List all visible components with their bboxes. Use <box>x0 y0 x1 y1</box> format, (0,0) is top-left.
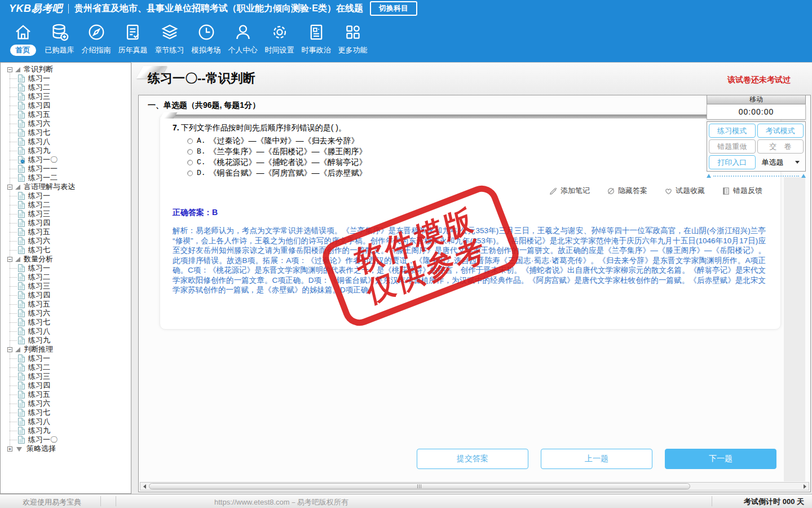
tree-item[interactable]: 练习五 <box>10 227 130 237</box>
slider-right-triangle-icon[interactable] <box>801 174 806 178</box>
practice-mode-button[interactable]: 练习模式 <box>709 124 756 138</box>
favorite-question-button[interactable]: 试题收藏 <box>664 186 705 196</box>
prev-question-button[interactable]: 上一题 <box>541 449 652 469</box>
tree-item[interactable]: 练习三 <box>10 92 130 101</box>
add-note-button[interactable]: 添加笔记 <box>549 186 590 196</box>
folder-open-icon <box>15 67 20 72</box>
slider-left-triangle-icon[interactable] <box>707 174 711 178</box>
eye-slash-icon <box>607 187 615 195</box>
scroll-right-arrow-icon[interactable] <box>801 483 809 490</box>
tree-item[interactable]: 练习一 <box>10 264 130 273</box>
radio-button-icon[interactable] <box>187 160 193 165</box>
toolbar-item-database[interactable]: 已购题库 <box>41 21 78 56</box>
status-copyright-text: https://www.etest8.com－易考吧版权所有 <box>214 497 348 507</box>
radio-button-icon[interactable] <box>187 149 193 155</box>
tree-item[interactable]: 练习四 <box>10 101 130 110</box>
tree-item[interactable]: 练习二 <box>10 273 130 282</box>
tree-item[interactable]: 练习一〇 <box>10 435 130 444</box>
toolbar-item-document[interactable]: 历年真题 <box>114 21 151 56</box>
tree-item[interactable]: 练习六 <box>10 399 130 408</box>
feedback-icon <box>722 187 730 195</box>
tree-item[interactable]: 练习二 <box>10 83 130 92</box>
next-question-button[interactable]: 下一题 <box>665 449 776 469</box>
tree-item[interactable]: 练习九 <box>10 146 130 155</box>
option-b[interactable]: B.《兰亭集序》—《岳阳楼记》—《滕王阁序》 <box>187 146 367 157</box>
tree-expand-toggle[interactable]: − <box>7 347 12 352</box>
option-c[interactable]: C.《桃花源记》—《捕蛇者说》—《醉翁亭记》 <box>187 157 367 168</box>
radio-button-icon[interactable] <box>187 138 193 144</box>
tree-item[interactable]: 练习五 <box>10 110 130 119</box>
toolbar-item-home[interactable]: 首页 <box>5 21 41 56</box>
document-icon <box>17 129 25 137</box>
tree-item[interactable]: 练习七 <box>10 128 130 137</box>
tree-item[interactable]: 练习五 <box>10 300 130 309</box>
tree-item[interactable]: 练习七 <box>10 318 130 327</box>
tree-item[interactable]: 练习四 <box>10 218 130 227</box>
submit-answer-button[interactable]: 提交答案 <box>417 449 528 469</box>
submit-paper-button[interactable]: 交 卷 <box>757 139 804 154</box>
panel-slider[interactable] <box>707 174 806 178</box>
tree-item[interactable]: 练习七 <box>10 408 130 417</box>
exam-mode-button[interactable]: 考试模式 <box>757 124 804 138</box>
tree-item[interactable]: 练习六 <box>10 119 130 128</box>
tree-item[interactable]: 练习八 <box>10 417 130 426</box>
horizontal-scrollbar[interactable] <box>140 482 809 491</box>
option-a[interactable]: A.《过秦论》—《隆中对》—《归去来兮辞》 <box>187 135 367 146</box>
error-feedback-button[interactable]: 错题反馈 <box>722 186 762 196</box>
toolbar-item-grid[interactable]: 更多功能 <box>334 21 371 56</box>
switch-subject-button[interactable]: 切换科目 <box>370 1 417 16</box>
toolbar-item-news[interactable]: 时事政治 <box>298 21 334 56</box>
tree-group-row: +策略选择 <box>3 444 130 453</box>
tree-item[interactable]: 练习八 <box>10 327 130 336</box>
document-pin-icon <box>17 156 25 164</box>
tree-item[interactable]: 练习六 <box>10 309 130 318</box>
scrollbar-grip-icon <box>417 484 422 488</box>
question-type-dropdown[interactable]: 单选题 <box>757 155 804 169</box>
tree-item[interactable]: 练习一 <box>10 191 130 200</box>
document-icon <box>17 327 25 335</box>
tree-expand-toggle[interactable]: − <box>7 257 12 262</box>
scroll-left-arrow-icon[interactable] <box>140 483 148 490</box>
toolbar-item-clock[interactable]: 模拟考场 <box>188 21 224 56</box>
toolbar-item-person[interactable]: 个人中心 <box>224 21 261 56</box>
tree-item[interactable]: 练习三 <box>10 209 130 218</box>
tree-expand-toggle[interactable]: − <box>7 67 12 72</box>
tree-item[interactable]: 练习四 <box>10 381 130 390</box>
tree-item[interactable]: 练习三 <box>10 282 130 291</box>
tree-item[interactable]: 练习三 <box>10 372 130 381</box>
tree-item[interactable]: 练习一一 <box>10 164 130 173</box>
tree-item[interactable]: 练习四 <box>10 291 130 300</box>
tree-item[interactable]: 练习七 <box>10 246 130 255</box>
chapter-tree: −常识判断练习一练习二练习三练习四练习五练习六练习七练习八练习九练习一〇练习一一… <box>3 65 130 453</box>
tree-expand-toggle[interactable]: + <box>7 446 12 452</box>
tree-item[interactable]: 练习一二 <box>10 173 130 182</box>
tree-item[interactable]: 练习二 <box>10 363 130 372</box>
tree-item[interactable]: 练习一〇 <box>10 155 130 164</box>
hide-answer-button[interactable]: 隐藏答案 <box>607 186 647 196</box>
tree-item[interactable]: 练习八 <box>10 137 130 146</box>
toolbar-item-layers[interactable]: 章节练习 <box>151 21 188 56</box>
status-divider <box>116 496 116 506</box>
toolbar-item-label: 模拟考场 <box>186 45 227 56</box>
radio-button-icon[interactable] <box>187 170 193 176</box>
tree-item[interactable]: 练习一 <box>10 74 130 83</box>
tree-item[interactable]: 练习六 <box>10 237 130 246</box>
tree-item[interactable]: 练习二 <box>10 200 130 209</box>
panel-move-handle[interactable]: 移动 <box>707 95 806 104</box>
tree-item[interactable]: 练习九 <box>10 336 130 345</box>
card-top-bar <box>163 115 778 119</box>
home-icon <box>12 21 34 43</box>
tree-item[interactable]: 练习一 <box>10 354 130 363</box>
redo-wrong-button[interactable]: 错题重做 <box>709 139 756 154</box>
document-icon <box>17 309 25 317</box>
toolbar-item-gear[interactable]: 时间设置 <box>261 21 298 56</box>
tree-group-label[interactable]: 策略选择 <box>27 444 56 454</box>
scrollbar-thumb[interactable] <box>149 483 690 489</box>
tree-item[interactable]: 练习九 <box>10 426 130 435</box>
tool-label: 试题收藏 <box>676 186 705 196</box>
print-entry-button[interactable]: 打印入口 <box>709 155 756 169</box>
option-d[interactable]: D.《铜雀台赋》—《阿房宫赋》—《后赤壁赋》 <box>187 168 367 178</box>
tree-expand-toggle[interactable]: − <box>7 185 12 190</box>
toolbar-item-compass[interactable]: 介绍指南 <box>78 21 114 56</box>
tree-item[interactable]: 练习五 <box>10 390 130 399</box>
